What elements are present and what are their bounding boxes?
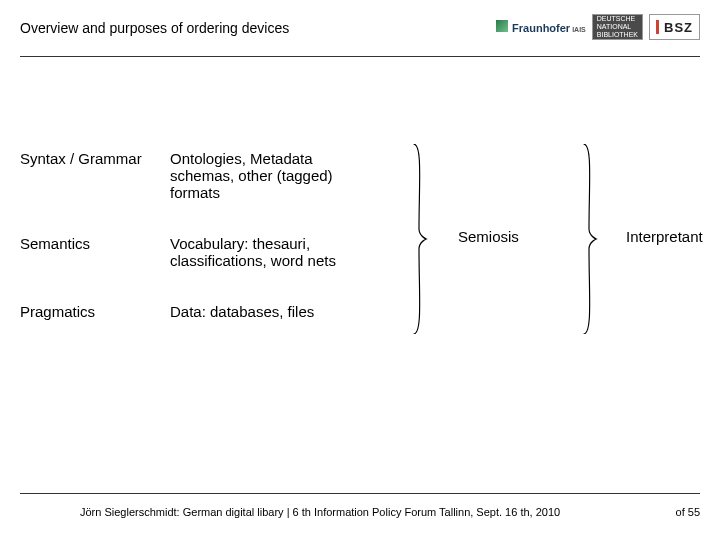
slide-title: Overview and purposes of ordering device… [20, 20, 289, 36]
content: Syntax / Grammar Ontologies, Metadata sc… [20, 150, 700, 460]
dnb-line1: DEUTSCHE [597, 15, 638, 23]
desc-semantics: Vocabulary: thesauri, classifications, w… [170, 235, 380, 269]
brace-icon-1 [410, 144, 428, 334]
label-pragmatics: Pragmatics [20, 303, 170, 320]
bsz-logo: BSZ [649, 14, 700, 40]
desc-syntax: Ontologies, Metadata schemas, other (tag… [170, 150, 380, 201]
footer-citation: Jörn Sieglerschmidt: German digital liba… [80, 506, 560, 518]
row-pragmatics: Pragmatics Data: databases, files [20, 303, 700, 320]
fraunhofer-logo: FraunhoferIAIS [496, 20, 586, 34]
slide: Overview and purposes of ordering device… [0, 0, 720, 540]
footer: Jörn Sieglerschmidt: German digital liba… [20, 506, 700, 518]
dnb-line2: NATIONAL [597, 23, 638, 31]
header-rule [20, 56, 700, 57]
row-syntax: Syntax / Grammar Ontologies, Metadata sc… [20, 150, 700, 201]
label-semantics: Semantics [20, 235, 170, 252]
dnb-logo: DEUTSCHE NATIONAL BIBLIOTHEK [592, 14, 643, 40]
bsz-bar-icon [656, 20, 659, 34]
bsz-text: BSZ [664, 20, 693, 35]
label-semiosis: Semiosis [458, 228, 519, 245]
dnb-line3: BIBLIOTHEK [597, 31, 638, 39]
fraunhofer-sub: IAIS [572, 26, 586, 33]
label-syntax: Syntax / Grammar [20, 150, 170, 167]
fraunhofer-text: Fraunhofer [512, 22, 570, 34]
brace-icon-2 [580, 144, 598, 334]
footer-page: of 55 [676, 506, 700, 518]
fraunhofer-icon [496, 20, 508, 32]
label-interpretant: Interpretant [626, 228, 703, 245]
logo-row: FraunhoferIAIS DEUTSCHE NATIONAL BIBLIOT… [496, 14, 700, 40]
desc-pragmatics: Data: databases, files [170, 303, 380, 320]
header: Overview and purposes of ordering device… [20, 14, 700, 54]
footer-rule [20, 493, 700, 494]
row-semantics: Semantics Vocabulary: thesauri, classifi… [20, 235, 700, 269]
